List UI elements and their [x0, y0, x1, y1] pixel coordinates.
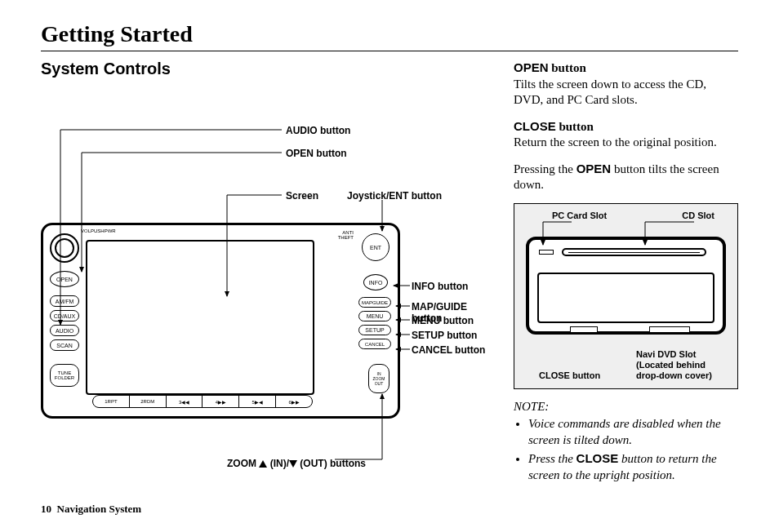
close-body: Return the screen to the original positi…	[514, 135, 738, 151]
inset-cd-label: CD Slot	[682, 211, 714, 220]
open-body: Tilts the screen down to access the CD, …	[514, 77, 738, 109]
page-title: Getting Started	[41, 21, 738, 51]
mapguide-button: MAPGUIDE	[358, 297, 391, 308]
callout-cancel: CANCEL button	[412, 344, 485, 356]
cancel-button: CANCEL	[358, 339, 391, 349]
dvd-cover	[649, 326, 690, 333]
preset-4: 4▶▶	[203, 396, 239, 407]
info-button: INFO	[363, 274, 388, 290]
note2-bold: CLOSE	[576, 451, 619, 465]
ent-button: ENT	[362, 233, 390, 261]
callout-info: INFO button	[412, 281, 468, 292]
zoom-button: IN ZOOM OUT	[368, 364, 390, 393]
triangle-down-icon	[289, 460, 297, 468]
zoom-prefix: ZOOM	[227, 458, 259, 469]
open-bold: OPEN	[514, 60, 549, 74]
note-1: Voice commands are disabled when the scr…	[528, 416, 738, 448]
callout-zoom: ZOOM (IN)/ (OUT) buttons	[227, 458, 366, 469]
callout-setup: SETUP button	[412, 330, 477, 341]
pc-card-slot	[539, 250, 554, 255]
note-2: Press the CLOSE button to return the scr…	[528, 450, 738, 483]
open-button: OPEN	[50, 271, 79, 287]
setup-button: SETUP	[358, 325, 391, 335]
audio-button: AUDIO	[50, 325, 79, 336]
inset-close-label: CLOSE button	[539, 370, 600, 380]
footer-page-num: 10	[41, 503, 51, 515]
close-bold: CLOSE	[514, 119, 556, 133]
zoom-in-text: (IN)/	[267, 458, 289, 469]
inset-screen	[537, 273, 714, 323]
preset-3: 3◀◀	[167, 396, 203, 407]
menu-button: MENU	[358, 311, 391, 321]
press-bold: OPEN	[576, 162, 612, 175]
amfm-button: AM/FM	[50, 295, 79, 307]
preset-row: 1RPT 2RDM 3◀◀ 4▶▶ 5▶◀ 6▶▶	[92, 395, 313, 408]
display-screen	[86, 240, 314, 395]
open-heading: OPEN button	[514, 60, 738, 77]
open-rest: button	[549, 61, 586, 74]
tune-button: TUNE FOLDER	[50, 364, 79, 387]
footer-label: Navigation System	[57, 503, 142, 515]
inset-dvd-label: Navi DVD Slot (Located behind drop-down …	[636, 349, 726, 382]
vol-label: VOLPUSHPWR	[81, 228, 116, 233]
page-footer: 10 Navigation System	[41, 503, 141, 516]
console-diagram: VOLPUSHPWR ANTI THEFT OPEN AM/FM CD/AUX …	[41, 223, 400, 419]
preset-6: 6▶▶	[276, 396, 312, 407]
press-pre: Pressing the	[514, 162, 576, 175]
inset-pc-label: PC Card Slot	[552, 211, 607, 220]
preset-1: 1RPT	[93, 396, 130, 407]
callout-open: OPEN button	[286, 148, 347, 159]
close-button-icon	[570, 326, 598, 333]
preset-2: 2RDM	[130, 396, 167, 407]
inset-unit	[526, 237, 726, 335]
callout-screen: Screen	[286, 190, 318, 202]
zoom-out-text: (OUT) buttons	[297, 458, 366, 469]
note2-pre: Press the	[528, 452, 576, 465]
note-title: NOTE:	[514, 399, 738, 415]
volume-knob	[50, 233, 79, 263]
right-column: OPEN button Tilts the screen down to acc…	[514, 60, 738, 485]
preset-5: 5▶◀	[239, 396, 276, 407]
left-column: System Controls AUDIO button OPEN button…	[41, 60, 489, 485]
close-rest: button	[556, 120, 594, 133]
cd-slot	[562, 248, 706, 256]
cdaux-button: CD/AUX	[50, 310, 79, 321]
inset-diagram: PC Card Slot CD Slot CLOSE button Navi D…	[514, 203, 738, 389]
antitheft-label: ANTI THEFT	[338, 230, 354, 240]
triangle-up-icon	[259, 460, 267, 468]
callout-joystick: Joystick/ENT button	[347, 190, 442, 202]
close-heading: CLOSE button	[514, 118, 738, 135]
callout-menu: MENU button	[412, 315, 474, 326]
callout-audio: AUDIO button	[286, 125, 350, 136]
press-line: Pressing the OPEN button tilts the scree…	[514, 161, 738, 193]
section-title: System Controls	[41, 60, 489, 78]
scan-button: SCAN	[50, 339, 79, 351]
note-list: Voice commands are disabled when the scr…	[514, 416, 738, 483]
